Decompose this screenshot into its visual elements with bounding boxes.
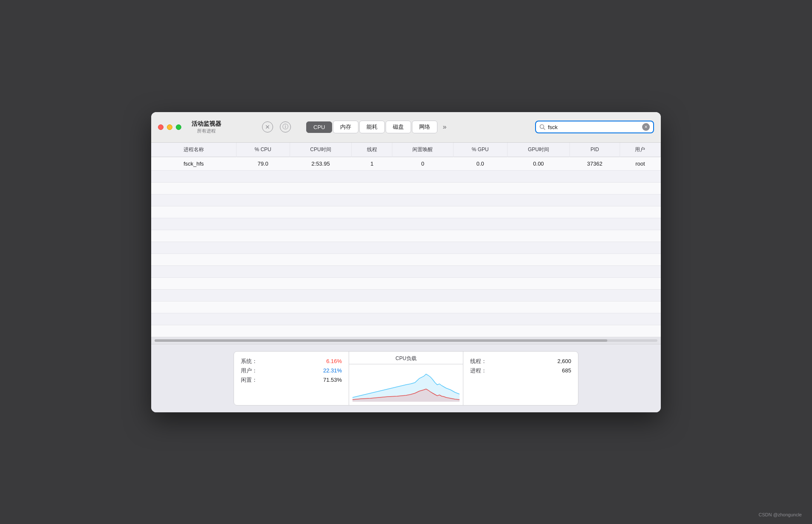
scrollbar-thumb[interactable] [155,339,607,342]
cell-cpu-pct: 79.0 [236,157,290,170]
tabs-container: CPU 内存 能耗 磁盘 网络 » [306,121,451,133]
empty-row [151,206,661,218]
empty-row [151,301,661,313]
table-header-row: 进程名称 % CPU CPU时间 线程 闲置唤醒 % GPU GPU时间 PID… [151,143,661,157]
cell-cpu-time: 2:53.95 [290,157,352,170]
process-table: 进程名称 % CPU CPU时间 线程 闲置唤醒 % GPU GPU时间 PID… [151,143,661,337]
cell-name: fsck_hfs [151,157,236,170]
empty-row [151,182,661,194]
stat-system-label: 系统： [241,358,257,365]
col-header-user[interactable]: 用户 [620,143,660,157]
stat-threads-label: 线程： [470,358,487,365]
cell-idle-wake: 0 [392,157,453,170]
stat-user-value: 22.31% [323,367,342,374]
col-header-pid[interactable]: PID [570,143,620,157]
stat-system-row: 系统： 6.16% [241,357,342,366]
traffic-lights [158,124,181,130]
scrollbar-track [155,339,657,342]
empty-row [151,313,661,325]
svg-line-1 [544,128,545,130]
watermark: CSDN @zhonguncle [758,512,802,517]
col-header-cpu-pct[interactable]: % CPU [236,143,290,157]
empty-row [151,254,661,265]
empty-row [151,325,661,337]
search-input[interactable] [548,124,640,130]
stat-idle-value: 71.53% [323,377,342,383]
bottom-panel: 系统： 6.16% 用户： 22.31% 闲置： 71.53% CPU负载 [151,344,661,412]
horizontal-scrollbar[interactable] [151,337,661,344]
empty-row [151,230,661,242]
cell-user: root [620,157,660,170]
process-table-container: 进程名称 % CPU CPU时间 线程 闲置唤醒 % GPU GPU时间 PID… [151,143,661,337]
tab-energy[interactable]: 能耗 [359,121,385,133]
empty-row [151,218,661,230]
empty-row [151,277,661,289]
search-container: × [535,121,654,133]
tab-disk[interactable]: 磁盘 [386,121,411,133]
col-header-name[interactable]: 进程名称 [151,143,236,157]
stat-threads-row: 线程： 2,600 [470,357,571,366]
close-icon-button[interactable]: ✕ [262,121,273,132]
empty-row [151,242,661,254]
stat-processes-label: 进程： [470,367,487,375]
maximize-button[interactable] [176,124,181,130]
cpu-chart-svg [352,368,460,402]
table-row[interactable]: fsck_hfs 79.0 2:53.95 1 0 0.0 0.00 37362… [151,157,661,170]
stats-right: 线程： 2,600 进程： 685 [463,352,578,405]
cell-threads: 1 [352,157,392,170]
app-title-main: 活动监视器 [192,120,221,128]
stat-threads-value: 2,600 [557,358,571,364]
stat-system-value: 6.16% [326,358,342,364]
stat-idle-row: 闲置： 71.53% [241,375,342,385]
col-header-gpu-time[interactable]: GPU时间 [507,143,570,157]
toolbar-icons: ✕ ⓘ [262,121,291,132]
stats-left: 系统： 6.16% 用户： 22.31% 闲置： 71.53% [234,352,349,405]
tab-memory[interactable]: 内存 [333,121,358,133]
stat-user-label: 用户： [241,367,257,375]
tab-more-button[interactable]: » [438,121,451,133]
tab-cpu[interactable]: CPU [306,121,332,133]
stat-user-row: 用户： 22.31% [241,366,342,375]
stat-processes-row: 进程： 685 [470,366,571,375]
stat-processes-value: 685 [562,367,571,374]
app-title: 活动监视器 所有进程 [192,120,221,134]
col-header-idle-wake[interactable]: 闲置唤醒 [392,143,453,157]
close-button[interactable] [158,124,164,130]
chart-title: CPU负载 [349,352,463,364]
cell-pid: 37362 [570,157,620,170]
empty-row [151,289,661,301]
app-title-sub: 所有进程 [197,128,216,134]
empty-row [151,194,661,206]
titlebar: 活动监视器 所有进程 ✕ ⓘ CPU 内存 能耗 磁盘 网络 » × [151,112,661,143]
stats-combined-box: 系统： 6.16% 用户： 22.31% 闲置： 71.53% CPU负载 [234,351,578,406]
col-header-gpu-pct[interactable]: % GPU [453,143,507,157]
cell-gpu-time: 0.00 [507,157,570,170]
empty-row [151,170,661,182]
stat-idle-label: 闲置： [241,376,257,384]
tab-network[interactable]: 网络 [412,121,437,133]
empty-row [151,265,661,277]
chart-area [349,364,463,405]
cell-gpu-pct: 0.0 [453,157,507,170]
col-header-cpu-time[interactable]: CPU时间 [290,143,352,157]
col-header-threads[interactable]: 线程 [352,143,392,157]
search-icon [539,124,545,130]
minimize-button[interactable] [167,124,172,130]
cpu-chart-container: CPU负载 [349,352,463,405]
search-clear-button[interactable]: × [642,123,650,131]
activity-monitor-window: 活动监视器 所有进程 ✕ ⓘ CPU 内存 能耗 磁盘 网络 » × [151,112,661,412]
info-icon-button[interactable]: ⓘ [280,121,291,132]
